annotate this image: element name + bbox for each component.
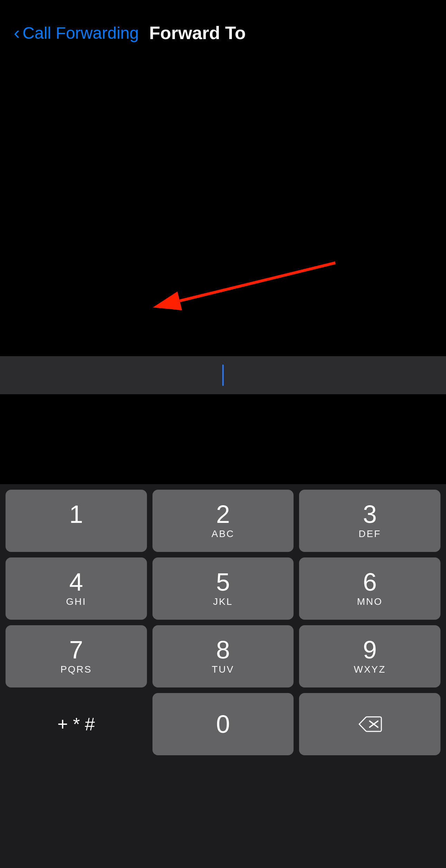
back-chevron-icon: ‹ (14, 24, 20, 42)
back-label: Call Forwarding (22, 24, 139, 43)
key-delete[interactable] (299, 693, 440, 755)
key-3[interactable]: 3 DEF (299, 490, 440, 552)
navigation-header: ‹ Call Forwarding Forward To (0, 0, 446, 55)
keypad: 1 2 ABC 3 DEF 4 GHI 5 JKL 6 MNO 7 PQRS (0, 484, 446, 868)
key-9[interactable]: 9 WXYZ (299, 625, 440, 687)
key-4[interactable]: 4 GHI (6, 557, 147, 620)
back-button[interactable]: ‹ Call Forwarding (14, 24, 139, 43)
page-title: Forward To (149, 22, 245, 43)
phone-input-bar[interactable] (0, 356, 446, 394)
key-5[interactable]: 5 JKL (152, 557, 294, 620)
keypad-grid: 1 2 ABC 3 DEF 4 GHI 5 JKL 6 MNO 7 PQRS (6, 490, 440, 687)
content-area (0, 55, 446, 356)
delete-icon (358, 715, 382, 733)
key-symbols[interactable]: + * # (6, 693, 147, 755)
key-0[interactable]: 0 (152, 693, 294, 755)
key-8[interactable]: 8 TUV (152, 625, 294, 687)
gap-area (0, 394, 446, 484)
key-2[interactable]: 2 ABC (152, 490, 294, 552)
key-1[interactable]: 1 (6, 490, 147, 552)
key-7[interactable]: 7 PQRS (6, 625, 147, 687)
key-6[interactable]: 6 MNO (299, 557, 440, 620)
text-cursor (222, 364, 224, 386)
keypad-bottom-row: + * # 0 (6, 693, 440, 755)
